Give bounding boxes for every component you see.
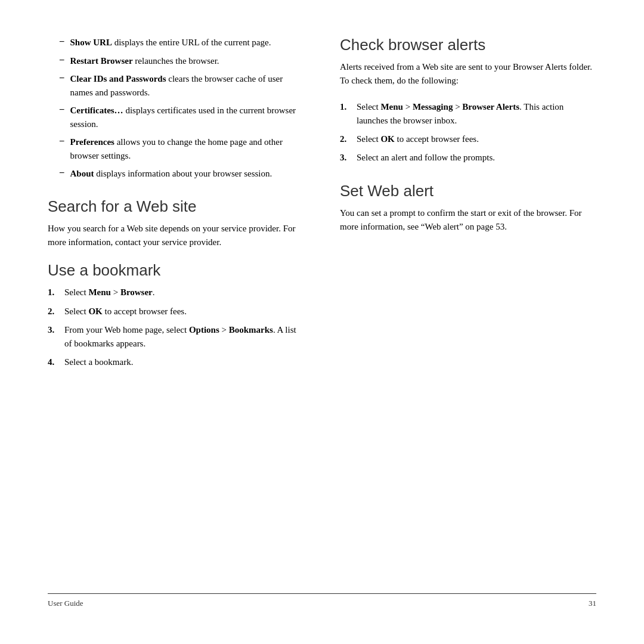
- step-text: Select OK to accept browser fees.: [64, 305, 187, 318]
- step-text: Select Menu > Browser.: [64, 286, 155, 299]
- bold-restart: Restart Browser: [70, 56, 133, 66]
- alert-step-2: 2. Select OK to accept browser fees.: [340, 132, 596, 146]
- bullet-text: Restart Browser relaunches the browser.: [70, 54, 219, 68]
- bullet-text: Clear IDs and Passwords clears the brows…: [70, 72, 305, 99]
- step-number: 4.: [48, 355, 64, 369]
- bookmark-step-3: 3. From your Web home page, select Optio…: [48, 323, 304, 351]
- bullet-dash: –: [60, 36, 64, 46]
- bookmark-step-4: 4. Select a bookmark.: [48, 355, 304, 369]
- step-text: Select OK to accept browser fees.: [357, 132, 479, 146]
- search-section: Search for a Web site How you search for…: [48, 197, 304, 250]
- step-number: 1.: [48, 286, 64, 299]
- bullet-dash: –: [60, 135, 64, 145]
- list-item: – Clear IDs and Passwords clears the bro…: [48, 72, 304, 99]
- step-number: 2.: [48, 305, 64, 318]
- check-alerts-section: Check browser alerts Alerts received fro…: [340, 36, 596, 165]
- footer: User Guide 31: [48, 593, 596, 608]
- check-alerts-steps: 1. Select Menu > Messaging > Browser Ale…: [340, 100, 596, 165]
- bullet-dash: –: [60, 54, 64, 64]
- list-item: – Show URL displays the entire URL of th…: [48, 36, 304, 49]
- left-column: – Show URL displays the entire URL of th…: [48, 36, 304, 593]
- bullet-dash: –: [60, 72, 64, 82]
- step-number: 2.: [340, 132, 357, 146]
- bookmark-step-1: 1. Select Menu > Browser.: [48, 286, 304, 299]
- bold-about: About: [70, 169, 94, 178]
- web-alert-heading: Set Web alert: [340, 182, 596, 200]
- web-alert-section: Set Web alert You can set a prompt to co…: [340, 182, 596, 234]
- list-item: – Restart Browser relaunches the browser…: [48, 54, 304, 68]
- bold-preferences: Preferences: [70, 137, 114, 147]
- bookmark-steps: 1. Select Menu > Browser. 2. Select OK t…: [48, 286, 304, 369]
- footer-right: 31: [589, 599, 596, 608]
- step-text: From your Web home page, select Options …: [64, 323, 304, 351]
- bullet-text: About displays information about your br…: [70, 167, 273, 181]
- search-para: How you search for a Web site depends on…: [48, 222, 304, 250]
- bold-clear-ids: Clear IDs and Passwords: [70, 74, 166, 83]
- bookmark-step-2: 2. Select OK to accept browser fees.: [48, 305, 304, 318]
- step-text: Select Menu > Messaging > Browser Alerts…: [357, 100, 596, 128]
- bookmark-section: Use a bookmark 1. Select Menu > Browser.…: [48, 261, 304, 369]
- bullet-text: Certificates… displays certificates used…: [70, 104, 305, 131]
- check-alerts-heading: Check browser alerts: [340, 36, 596, 54]
- list-item: – Preferences allows you to change the h…: [48, 135, 304, 162]
- bullet-text: Show URL displays the entire URL of the …: [70, 36, 271, 49]
- content-area: – Show URL displays the entire URL of th…: [48, 36, 596, 593]
- bullet-dash: –: [60, 104, 64, 114]
- step-number: 1.: [340, 100, 357, 114]
- step-text: Select an alert and follow the prompts.: [357, 151, 495, 165]
- bold-certificates: Certificates…: [70, 106, 123, 115]
- list-item: – Certificates… displays certificates us…: [48, 104, 304, 131]
- bullet-text: Preferences allows you to change the hom…: [70, 135, 305, 162]
- list-item: – About displays information about your …: [48, 167, 304, 181]
- footer-left: User Guide: [48, 599, 83, 608]
- search-heading: Search for a Web site: [48, 197, 304, 216]
- bullet-list: – Show URL displays the entire URL of th…: [48, 36, 304, 181]
- check-alerts-para: Alerts received from a Web site are sent…: [340, 60, 596, 88]
- alert-step-3: 3. Select an alert and follow the prompt…: [340, 151, 596, 165]
- step-number: 3.: [48, 323, 64, 337]
- step-text: Select a bookmark.: [64, 355, 133, 369]
- bookmark-heading: Use a bookmark: [48, 261, 304, 280]
- bold-show-url: Show URL: [70, 38, 112, 47]
- step-number: 3.: [340, 151, 357, 165]
- page: – Show URL displays the entire URL of th…: [0, 0, 644, 644]
- right-column: Check browser alerts Alerts received fro…: [340, 36, 596, 593]
- bullet-dash: –: [60, 167, 64, 177]
- alert-step-1: 1. Select Menu > Messaging > Browser Ale…: [340, 100, 596, 128]
- web-alert-para: You can set a prompt to confirm the star…: [340, 206, 596, 234]
